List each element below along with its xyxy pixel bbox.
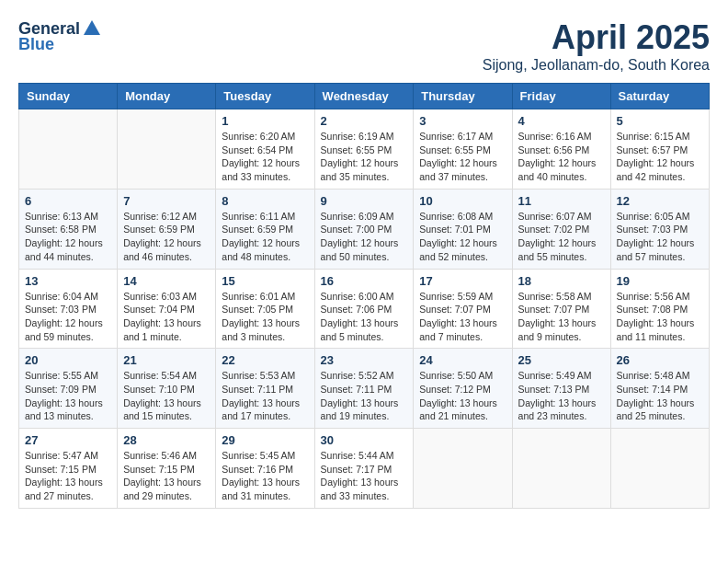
day-number: 8 <box>222 194 308 208</box>
day-number: 4 <box>518 114 605 128</box>
calendar-cell: 27Sunrise: 5:47 AMSunset: 7:15 PMDayligh… <box>19 429 118 509</box>
day-number: 6 <box>25 194 111 208</box>
calendar-table: Sunday Monday Tuesday Wednesday Thursday… <box>18 83 710 509</box>
cell-text: Daylight: 12 hours and 37 minutes. <box>419 156 506 183</box>
cell-text: Daylight: 13 hours and 29 minutes. <box>123 476 210 502</box>
day-number: 1 <box>222 114 308 128</box>
calendar-cell: 25Sunrise: 5:49 AMSunset: 7:13 PMDayligh… <box>512 349 610 429</box>
calendar-cell <box>610 429 709 509</box>
calendar-cell: 19Sunrise: 5:56 AMSunset: 7:08 PMDayligh… <box>610 269 709 349</box>
cell-text: Sunset: 6:55 PM <box>419 144 506 157</box>
logo: General Blue <box>18 18 102 54</box>
calendar-cell: 29Sunrise: 5:45 AMSunset: 7:16 PMDayligh… <box>216 429 314 509</box>
cell-text: Daylight: 12 hours and 42 minutes. <box>617 156 703 183</box>
cell-text: Daylight: 12 hours and 44 minutes. <box>25 236 111 263</box>
cell-content: Sunrise: 5:46 AMSunset: 7:15 PMDaylight:… <box>123 449 210 503</box>
cell-text: Daylight: 12 hours and 46 minutes. <box>123 236 210 263</box>
day-number: 15 <box>222 274 308 288</box>
cell-text: Sunrise: 5:49 AM <box>518 369 605 383</box>
calendar-cell: 23Sunrise: 5:52 AMSunset: 7:11 PMDayligh… <box>314 349 414 429</box>
cell-text: Sunset: 6:58 PM <box>25 223 111 236</box>
calendar-week-3: 20Sunrise: 5:55 AMSunset: 7:09 PMDayligh… <box>19 349 710 429</box>
header-monday: Monday <box>118 84 216 109</box>
cell-text: Sunset: 7:09 PM <box>25 383 111 396</box>
month-title: April 2025 <box>483 18 710 57</box>
cell-text: Sunset: 6:55 PM <box>321 144 408 157</box>
header-sunday: Sunday <box>19 84 118 109</box>
cell-text: Sunrise: 5:45 AM <box>222 449 308 463</box>
day-number: 12 <box>617 194 703 208</box>
calendar-cell: 17Sunrise: 5:59 AMSunset: 7:07 PMDayligh… <box>414 269 512 349</box>
calendar-cell: 15Sunrise: 6:01 AMSunset: 7:05 PMDayligh… <box>216 269 314 349</box>
cell-text: Sunset: 7:11 PM <box>321 383 408 396</box>
cell-text: Sunrise: 6:01 AM <box>222 290 308 304</box>
cell-text: Sunset: 7:15 PM <box>123 463 210 477</box>
day-number: 2 <box>321 114 408 128</box>
calendar-cell: 14Sunrise: 6:03 AMSunset: 7:04 PMDayligh… <box>118 269 216 349</box>
cell-text: Daylight: 13 hours and 33 minutes. <box>321 476 408 502</box>
day-number: 13 <box>25 274 111 288</box>
day-number: 26 <box>617 353 703 367</box>
cell-text: Sunrise: 6:04 AM <box>25 290 111 304</box>
calendar-week-4: 27Sunrise: 5:47 AMSunset: 7:15 PMDayligh… <box>19 429 710 509</box>
cell-text: Sunrise: 6:05 AM <box>617 210 703 224</box>
cell-text: Daylight: 12 hours and 33 minutes. <box>222 156 308 183</box>
day-number: 19 <box>617 274 703 288</box>
day-number: 5 <box>617 114 703 128</box>
cell-text: Sunset: 7:01 PM <box>419 223 506 236</box>
calendar-week-1: 6Sunrise: 6:13 AMSunset: 6:58 PMDaylight… <box>19 189 710 269</box>
cell-text: Sunrise: 5:48 AM <box>617 369 703 383</box>
cell-content: Sunrise: 6:16 AMSunset: 6:56 PMDaylight:… <box>518 130 605 184</box>
cell-content: Sunrise: 6:05 AMSunset: 7:03 PMDaylight:… <box>617 210 703 264</box>
calendar-cell <box>414 429 512 509</box>
day-number: 17 <box>419 274 506 288</box>
cell-content: Sunrise: 5:48 AMSunset: 7:14 PMDaylight:… <box>617 369 703 423</box>
day-number: 18 <box>518 274 605 288</box>
cell-text: Daylight: 12 hours and 55 minutes. <box>518 236 605 263</box>
cell-text: Sunset: 7:05 PM <box>222 303 308 316</box>
calendar-cell: 8Sunrise: 6:11 AMSunset: 6:59 PMDaylight… <box>216 189 314 269</box>
cell-text: Daylight: 13 hours and 13 minutes. <box>25 396 111 423</box>
cell-text: Daylight: 12 hours and 48 minutes. <box>222 236 308 263</box>
cell-text: Daylight: 13 hours and 11 minutes. <box>617 316 703 343</box>
day-number: 20 <box>25 353 111 367</box>
header-saturday: Saturday <box>610 84 709 109</box>
cell-text: Daylight: 12 hours and 52 minutes. <box>419 236 506 263</box>
cell-text: Sunrise: 6:03 AM <box>123 290 210 304</box>
calendar-cell: 21Sunrise: 5:54 AMSunset: 7:10 PMDayligh… <box>118 349 216 429</box>
header-tuesday: Tuesday <box>216 84 314 109</box>
day-number: 10 <box>419 194 506 208</box>
cell-text: Sunset: 6:59 PM <box>222 223 308 236</box>
cell-content: Sunrise: 6:04 AMSunset: 7:03 PMDaylight:… <box>25 290 111 344</box>
cell-text: Daylight: 13 hours and 7 minutes. <box>419 316 506 343</box>
cell-content: Sunrise: 5:59 AMSunset: 7:07 PMDaylight:… <box>419 290 506 344</box>
cell-text: Sunrise: 5:58 AM <box>518 290 605 304</box>
cell-text: Daylight: 13 hours and 21 minutes. <box>419 396 506 423</box>
day-number: 29 <box>222 433 308 447</box>
cell-content: Sunrise: 6:00 AMSunset: 7:06 PMDaylight:… <box>321 290 408 344</box>
calendar-cell: 4Sunrise: 6:16 AMSunset: 6:56 PMDaylight… <box>512 109 610 190</box>
calendar-cell: 6Sunrise: 6:13 AMSunset: 6:58 PMDaylight… <box>19 189 118 269</box>
cell-text: Sunrise: 6:09 AM <box>321 210 408 224</box>
cell-content: Sunrise: 6:15 AMSunset: 6:57 PMDaylight:… <box>617 130 703 184</box>
cell-text: Sunrise: 5:52 AM <box>321 369 408 383</box>
cell-text: Daylight: 13 hours and 5 minutes. <box>321 316 408 343</box>
cell-text: Daylight: 12 hours and 40 minutes. <box>518 156 605 183</box>
cell-text: Sunrise: 6:00 AM <box>321 290 408 304</box>
calendar-cell: 9Sunrise: 6:09 AMSunset: 7:00 PMDaylight… <box>314 189 414 269</box>
cell-content: Sunrise: 5:56 AMSunset: 7:08 PMDaylight:… <box>617 290 703 344</box>
day-number: 7 <box>123 194 210 208</box>
calendar-cell: 16Sunrise: 6:00 AMSunset: 7:06 PMDayligh… <box>314 269 414 349</box>
cell-text: Sunset: 6:57 PM <box>617 144 703 157</box>
cell-text: Sunrise: 6:15 AM <box>617 130 703 144</box>
calendar-cell: 24Sunrise: 5:50 AMSunset: 7:12 PMDayligh… <box>414 349 512 429</box>
cell-text: Sunrise: 5:55 AM <box>25 369 111 383</box>
calendar-cell: 7Sunrise: 6:12 AMSunset: 6:59 PMDaylight… <box>118 189 216 269</box>
cell-text: Sunset: 7:17 PM <box>321 463 408 477</box>
cell-text: Daylight: 13 hours and 27 minutes. <box>25 476 111 502</box>
cell-text: Sunrise: 6:07 AM <box>518 210 605 224</box>
cell-content: Sunrise: 6:20 AMSunset: 6:54 PMDaylight:… <box>222 130 308 184</box>
header-friday: Friday <box>512 84 610 109</box>
calendar-cell: 12Sunrise: 6:05 AMSunset: 7:03 PMDayligh… <box>610 189 709 269</box>
logo-icon <box>82 18 102 39</box>
